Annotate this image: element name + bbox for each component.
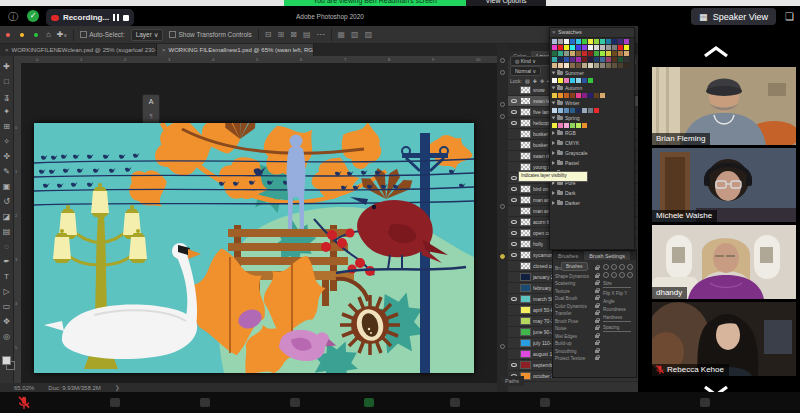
swatch-color[interactable]: [588, 78, 593, 83]
participants-button[interactable]: [200, 398, 210, 407]
ps-close-button[interactable]: [6, 33, 10, 37]
brush-settings-tab[interactable]: Brush Settings: [584, 251, 630, 260]
chat-button[interactable]: [290, 398, 300, 407]
close-panel-icon[interactable]: ×: [552, 28, 556, 37]
lock-icon[interactable]: [595, 297, 599, 300]
brush-setting-item[interactable]: Dual Brush: [555, 295, 601, 303]
swatch-color[interactable]: [576, 78, 581, 83]
layer-visibility-eye-icon[interactable]: [510, 305, 518, 315]
stop-recording-icon[interactable]: [123, 15, 129, 21]
brush-setting-item[interactable]: Shape Dynamics: [555, 273, 601, 281]
layer-visibility-eye-icon[interactable]: [510, 261, 518, 271]
tool-button[interactable]: ʓ: [1, 89, 13, 104]
swatch-color[interactable]: [570, 108, 575, 113]
more-options-icon[interactable]: ⋯: [317, 30, 325, 39]
lock-icon[interactable]: [595, 305, 599, 308]
close-tab-icon[interactable]: ×: [5, 47, 9, 53]
home-icon[interactable]: ⌂: [46, 30, 51, 39]
tool-button[interactable]: □: [1, 74, 13, 89]
swatch-color[interactable]: [612, 57, 617, 62]
swatch-group-header[interactable]: Autumn: [550, 84, 634, 92]
swatch-color[interactable]: [564, 108, 569, 113]
layer-visibility-eye-icon[interactable]: [510, 96, 518, 106]
lock-icon[interactable]: [595, 342, 599, 345]
swatch-color[interactable]: [582, 93, 587, 98]
swatch-color[interactable]: [582, 78, 587, 83]
layer-visibility-eye-icon[interactable]: [510, 162, 518, 172]
swatch-color[interactable]: [624, 63, 629, 68]
layer-thumbnail[interactable]: [520, 141, 531, 149]
tool-button[interactable]: ◪: [1, 209, 13, 224]
layer-thumbnail[interactable]: [520, 163, 531, 171]
share-screen-button[interactable]: [364, 398, 374, 407]
tool-button[interactable]: ✚: [1, 59, 13, 74]
collapsed-panel-icon[interactable]: [500, 204, 505, 209]
layer-thumbnail[interactable]: [520, 317, 531, 325]
layer-thumbnail[interactable]: [520, 185, 531, 193]
layer-thumbnail[interactable]: [520, 207, 531, 215]
brush-setting-item[interactable]: Brush Pose: [555, 318, 601, 326]
layer-thumbnail[interactable]: [520, 240, 531, 248]
tool-button[interactable]: ✥: [1, 314, 13, 329]
swatch-color[interactable]: [588, 63, 593, 68]
swatch-color[interactable]: [564, 63, 569, 68]
swatch-color[interactable]: [558, 93, 563, 98]
swatch-color[interactable]: [588, 51, 593, 56]
layer-visibility-eye-icon[interactable]: [510, 85, 518, 95]
swatch-color[interactable]: [558, 78, 563, 83]
layer-visibility-eye-icon[interactable]: [510, 195, 518, 205]
layer-visibility-eye-icon[interactable]: [510, 173, 518, 183]
swatch-group-header[interactable]: Winter: [550, 99, 634, 107]
3d-mode-icon[interactable]: ▦: [338, 30, 346, 39]
swatch-color[interactable]: [588, 45, 593, 50]
swatch-color[interactable]: [570, 57, 575, 62]
swatch-color[interactable]: [570, 123, 575, 128]
participant-video-brian[interactable]: Brian Fleming: [652, 67, 796, 145]
tool-button[interactable]: ▭: [1, 299, 13, 314]
swatch-color[interactable]: [600, 45, 605, 50]
document-tab[interactable]: ×WORKINGFILENEWclean.psd @ 25% (sugarloa…: [0, 44, 157, 56]
floating-type-toolbar[interactable]: A¶: [142, 94, 160, 125]
workspace-icon[interactable]: ▧: [351, 30, 359, 39]
swatch-group-header[interactable]: Grayscale: [550, 149, 634, 157]
more-button[interactable]: [700, 398, 710, 407]
swatch-color[interactable]: [612, 45, 617, 50]
swatch-group-header[interactable]: CMYK: [550, 139, 634, 147]
swatch-color[interactable]: [594, 93, 599, 98]
layer-visibility-eye-icon[interactable]: [510, 283, 518, 293]
layer-thumbnail[interactable]: [520, 130, 531, 138]
brush-setting-item[interactable]: Transfer: [555, 310, 601, 318]
layer-visibility-eye-icon[interactable]: [510, 338, 518, 348]
swatch-color[interactable]: [582, 39, 587, 44]
swatch-color[interactable]: [618, 45, 623, 50]
layer-thumbnail[interactable]: [520, 152, 531, 160]
close-tab-icon[interactable]: ×: [162, 47, 166, 53]
layer-visibility-eye-icon[interactable]: [510, 206, 518, 216]
lock-transparency-icon[interactable]: ▨: [525, 78, 530, 84]
swatch-group-header[interactable]: Dark: [550, 189, 634, 197]
tool-button[interactable]: T: [1, 269, 13, 284]
layer-visibility-eye-icon[interactable]: [510, 129, 518, 139]
layer-thumbnail[interactable]: [520, 97, 531, 105]
tool-button[interactable]: ↺: [1, 194, 13, 209]
swatch-group-header[interactable]: Pastel: [550, 159, 634, 167]
collapsed-panel-icon[interactable]: [500, 58, 505, 63]
swatch-color[interactable]: [552, 78, 557, 83]
layer-visibility-eye-icon[interactable]: [510, 228, 518, 238]
swatch-color[interactable]: [558, 123, 563, 128]
move-tool-icon[interactable]: ✚∨: [57, 30, 67, 39]
swatch-color[interactable]: [552, 93, 557, 98]
layer-thumbnail[interactable]: [520, 273, 531, 281]
angle-label[interactable]: Angle: [603, 299, 634, 304]
tool-button[interactable]: ◎: [1, 329, 13, 344]
brush-setting-item[interactable]: Build-up: [555, 340, 601, 348]
swatch-color[interactable]: [582, 108, 587, 113]
brush-setting-item[interactable]: Color Dynamics: [555, 303, 601, 311]
tool-button[interactable]: ▣: [1, 179, 13, 194]
swatch-color[interactable]: [558, 57, 563, 62]
layer-visibility-eye-icon[interactable]: [510, 349, 518, 359]
tool-button[interactable]: ✦: [1, 104, 13, 119]
size-slider[interactable]: [603, 287, 631, 288]
zoom-level-field[interactable]: 65.02%: [14, 385, 34, 391]
swatch-color[interactable]: [600, 57, 605, 62]
